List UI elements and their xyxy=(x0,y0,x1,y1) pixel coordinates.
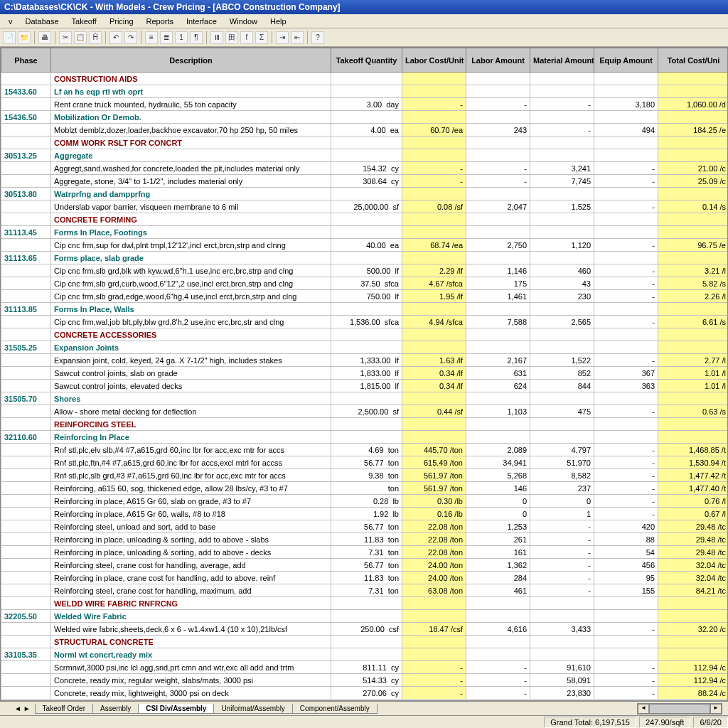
tool-btn[interactable]: ≡ xyxy=(145,31,158,44)
table-row[interactable]: Reinforcing in place, A615 Gr 60, slab o… xyxy=(1,495,729,508)
menu-database[interactable]: Database xyxy=(20,16,65,27)
table-row[interactable]: 30513.25Aggregate xyxy=(1,149,729,162)
menu-takeoff[interactable]: Takeoff xyxy=(66,16,102,27)
table-row[interactable]: Reinforcing in place, A615 Gr 60, walls,… xyxy=(1,508,729,520)
table-row[interactable]: 32205.50Welded Wire Fabric xyxy=(1,610,729,623)
table-row[interactable]: Reinforcing in place, unloading & sortin… xyxy=(1,533,729,546)
tool-btn[interactable]: Ĥ xyxy=(89,31,102,44)
table-row[interactable]: Concrete, ready mix, lightweight, 3000 p… xyxy=(1,687,729,700)
tool-btn[interactable]: 1 xyxy=(175,31,188,44)
table-row[interactable]: Reinforcing, a615 60, sog, thickened edg… xyxy=(1,482,729,495)
spreadsheet-grid[interactable]: PhaseDescriptionTakeoff QuantityLabor Co… xyxy=(0,47,728,701)
table-row[interactable]: 33105.35Norml wt concrt,ready mix xyxy=(1,648,729,661)
help-icon[interactable]: ? xyxy=(311,31,324,44)
table-row[interactable]: CONCRETE FORMING xyxy=(1,213,729,226)
table-row[interactable]: Sawcut control joints, slab on grade1,83… xyxy=(1,367,729,380)
tool-btn[interactable]: ↷ xyxy=(124,31,137,44)
table-row[interactable]: 31113.65Forms place, slab grade xyxy=(1,252,729,264)
table-row[interactable]: COMM WORK RSLT FOR CONCRT xyxy=(1,136,729,149)
tool-btn[interactable]: ≣ xyxy=(160,31,173,44)
table-row[interactable]: Moblzt demblz,dozer,loader,backhoe excav… xyxy=(1,124,729,136)
sheet-tab[interactable]: Takeoff Order xyxy=(35,704,93,714)
table-row[interactable]: Cip cnc frm,slb grd,curb,wood,6"12",2 us… xyxy=(1,277,729,290)
table-row[interactable]: Cip cnc frm,sup for dwl,plnt tmpl,12'12'… xyxy=(1,239,729,252)
table-row[interactable]: REINFORCING STEEL xyxy=(1,418,729,431)
table-row[interactable]: Rnf stl,plc,ftn,#4 #7,a615,grd 60,inc lb… xyxy=(1,456,729,469)
status-date: 6/6/20 xyxy=(693,717,728,728)
menu-v[interactable]: v xyxy=(3,16,18,27)
table-row[interactable]: 31505.70Shores xyxy=(1,392,729,405)
sheet-tabs: ◄ ► Takeoff OrderAssemblyCSI Div/Assembl… xyxy=(0,701,728,715)
menu-help[interactable]: Help xyxy=(264,16,292,27)
col-header[interactable]: Material Amount xyxy=(530,48,594,73)
tool-btn[interactable]: ⇤ xyxy=(291,31,304,44)
menu-pricing[interactable]: Pricing xyxy=(104,16,139,27)
tool-btn[interactable]: f xyxy=(240,31,253,44)
table-row[interactable]: WELDD WIRE FABRIC RNFRCNG xyxy=(1,597,729,610)
tool-btn[interactable]: 田 xyxy=(225,31,238,44)
table-row[interactable]: Allow - shore metal decking for deflecti… xyxy=(1,405,729,418)
table-row[interactable]: 15433.60Lf an hs eqp rtl wth oprt xyxy=(1,85,729,98)
table-row[interactable]: Rnf stl,plc,slb grd,#3 #7,a615,grd 60,in… xyxy=(1,469,729,482)
table-row[interactable]: Scrmnwt,3000 psi,inc lcl agg,snd,prt cmn… xyxy=(1,661,729,674)
table-row[interactable]: Sawcut control joints, elevated decks1,8… xyxy=(1,380,729,392)
sheet-tab[interactable]: Uniformat/Assembly xyxy=(213,704,292,714)
table-row[interactable]: Cip cnc frm,slb grad,edge,wood,6"hg,4 us… xyxy=(1,290,729,303)
status-bar: Grand Total: 6,197,515 247.90/sqft 6/6/2… xyxy=(0,715,728,728)
tool-btn[interactable]: 📁 xyxy=(18,31,31,44)
tool-btn[interactable]: ¶ xyxy=(190,31,203,44)
table-row[interactable]: Concrete, ready mix, regular weight, sla… xyxy=(1,674,729,687)
menu-interface[interactable]: Interface xyxy=(181,16,223,27)
table-row[interactable]: Aggregt,sand,washed,for concrete,loaded … xyxy=(1,162,729,175)
table-row[interactable]: STRUCTURAL CONCRETE xyxy=(1,636,729,648)
tool-btn[interactable]: ↶ xyxy=(109,31,122,44)
tool-btn[interactable]: 📋 xyxy=(74,31,87,44)
menu-bar: vDatabaseTakeoffPricingReportsInterfaceW… xyxy=(0,14,728,28)
col-header[interactable]: Labor Amount xyxy=(466,48,530,73)
table-row[interactable]: Reinforcing in place, unloading & sortin… xyxy=(1,546,729,559)
table-row[interactable]: Rnf stl,plc,elv slb,#4 #7,a615,grd 60,in… xyxy=(1,444,729,456)
menu-reports[interactable]: Reports xyxy=(141,16,180,27)
table-row[interactable]: Underslab vapor barrier, visqueen membra… xyxy=(1,200,729,213)
toolbar: 📄 📁 🖶 ✂ 📋 Ĥ ↶ ↷ ≡ ≣ 1 ¶ Ⅲ 田 f Σ ⇥ ⇤ ? xyxy=(0,28,728,47)
table-row[interactable]: 32110.60Reinforcing In Place xyxy=(1,431,729,444)
tool-btn[interactable]: 📄 xyxy=(3,31,16,44)
tool-btn[interactable]: ⇥ xyxy=(276,31,289,44)
table-row[interactable]: 30513.80Watrprfng and dampprfng xyxy=(1,188,729,200)
col-header[interactable]: Takeoff Quantity xyxy=(331,48,402,73)
table-row[interactable]: Reinforcing steel, unload and sort, add … xyxy=(1,520,729,533)
table-row[interactable]: 31113.45Forms In Place, Footings xyxy=(1,226,729,239)
table-row[interactable]: Welded wire fabric,sheets,deck,6 x 6 - w… xyxy=(1,623,729,636)
horizontal-scrollbar[interactable]: ◄► xyxy=(637,703,722,714)
col-header[interactable]: Description xyxy=(51,48,331,73)
table-row[interactable]: Expansion joint, cold, keyed, 24 ga. X 7… xyxy=(1,354,729,367)
table-row[interactable]: Cip cnc frm,slb grd,blk wth kyw,wd,6"h,1… xyxy=(1,264,729,277)
col-header[interactable]: Phase xyxy=(1,48,51,73)
table-row[interactable]: Aggregate, stone, 3/4" to 1-1/2", includ… xyxy=(1,175,729,188)
table-row[interactable]: 31505.25Expansion Joints xyxy=(1,341,729,354)
sheet-tab[interactable]: Assembly xyxy=(92,704,139,714)
sheet-tab[interactable]: Component/Assembly xyxy=(292,704,378,714)
table-row[interactable]: Reinforcing steel, crane cost for handli… xyxy=(1,559,729,572)
menu-window[interactable]: Window xyxy=(224,16,263,27)
table-row[interactable]: Rent crane truck mounted, hydraulic, 55 … xyxy=(1,98,729,111)
table-row[interactable]: CONCRETE ACCESSORIES xyxy=(1,328,729,341)
table-row[interactable]: Cip cnc frm,wal,job blt,ply,blw grd,8'h,… xyxy=(1,316,729,328)
tool-btn[interactable]: Σ xyxy=(255,31,268,44)
grand-total: Grand Total: 6,197,515 xyxy=(544,717,636,728)
sheet-tab[interactable]: CSI Div/Assembly xyxy=(138,704,214,714)
tool-btn[interactable]: ✂ xyxy=(59,31,72,44)
status-rate: 247.90/sqft xyxy=(639,717,690,728)
tool-btn[interactable]: Ⅲ xyxy=(210,31,223,44)
print-icon[interactable]: 🖶 xyxy=(38,31,51,44)
col-header[interactable]: Equip Amount xyxy=(594,48,658,73)
table-row[interactable]: Reinforcing steel, crane cost for handli… xyxy=(1,584,729,597)
table-row[interactable]: Reinforcing in place, crane cost for han… xyxy=(1,572,729,584)
col-header[interactable]: Labor Cost/Unit xyxy=(402,48,466,73)
table-row[interactable]: CONSTRUCTION AIDS xyxy=(1,73,729,85)
col-header[interactable]: Total Cost/Uni xyxy=(658,48,729,73)
table-row[interactable]: 31113.85Forms In Place, Walls xyxy=(1,303,729,316)
table-row[interactable]: 15436.50Mobilization Or Demob. xyxy=(1,111,729,124)
title-bar: C:\Databases\CK\CK - With Models - Crew … xyxy=(0,0,728,14)
